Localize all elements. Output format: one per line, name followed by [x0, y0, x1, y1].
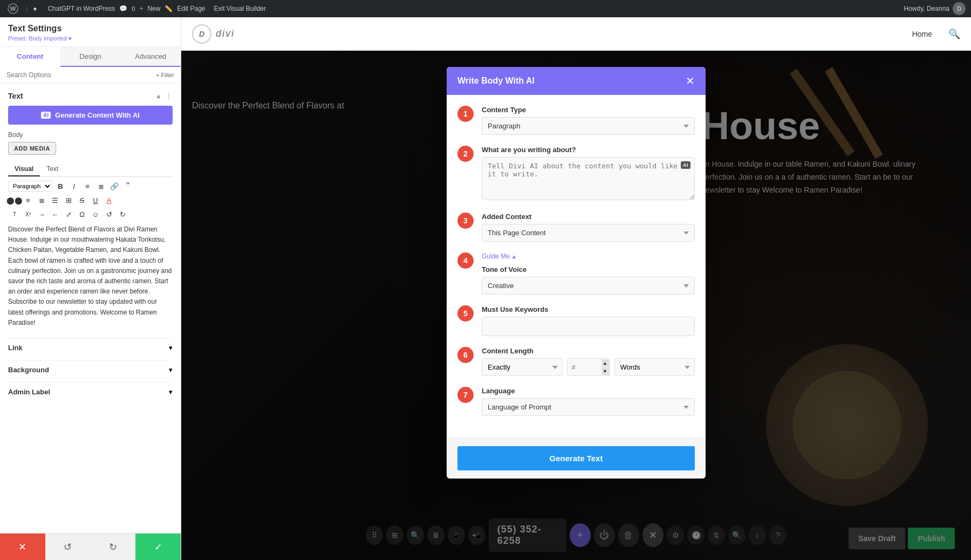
step-content-type: 1 Content Type Paragraph List Heading — [457, 106, 695, 135]
step-4-number: 4 — [457, 252, 474, 269]
search-options-row: + Filter — [0, 67, 181, 84]
superscript-button[interactable]: X² — [22, 208, 35, 221]
exit-builder-link[interactable]: Exit Visual Builder — [214, 5, 266, 12]
table-button[interactable]: ⊞ — [62, 194, 75, 207]
editor-toolbar-row1: Paragraph Heading 1 Heading 2 B I ≡ ≣ 🔗 … — [8, 180, 173, 193]
fullscreen-button[interactable]: ⤢ — [62, 208, 75, 221]
step-7-number: 7 — [457, 387, 474, 403]
step-1-content: Content Type Paragraph List Heading — [482, 106, 695, 135]
step-5-number: 5 — [457, 305, 474, 322]
redo-icon: ↻ — [109, 541, 117, 553]
admin-label-title: Admin Label — [8, 388, 50, 396]
added-context-label: Added Context — [482, 213, 695, 221]
ai-icon: AI — [41, 112, 51, 119]
language-label: Language — [482, 387, 695, 395]
emoji-button[interactable]: ☺ — [89, 208, 102, 221]
tab-advanced[interactable]: Advanced — [120, 47, 181, 66]
modal-body: 1 Content Type Paragraph List Heading — [447, 95, 706, 438]
content-type-label: Content Type — [482, 106, 695, 114]
body-label: Body — [8, 131, 173, 139]
writing-about-textarea[interactable] — [482, 157, 695, 200]
content-type-select[interactable]: Paragraph List Heading — [482, 117, 695, 135]
align-center-button[interactable]: ≡ — [22, 194, 35, 207]
ul-button[interactable]: ≡ — [81, 180, 94, 193]
nav-home-link[interactable]: Home — [912, 30, 932, 38]
filter-label: Filter — [161, 72, 174, 78]
wp-site-name[interactable]: ● — [33, 5, 37, 12]
added-context-select[interactable]: This Page Content None Custom — [482, 224, 695, 242]
collapse-icon[interactable]: ▲ — [155, 92, 162, 100]
sidebar-tabs: Content Design Advanced — [0, 47, 181, 67]
search-options-input[interactable] — [6, 71, 152, 79]
color-button[interactable]: A — [102, 194, 115, 207]
generate-content-button[interactable]: AI Generate Content With AI — [8, 106, 173, 125]
tab-visual[interactable]: Visual — [8, 162, 40, 176]
redo-history-button[interactable]: ↻ — [91, 534, 136, 560]
tab-content[interactable]: Content — [0, 47, 60, 67]
modal-footer: Generate Text — [447, 438, 706, 479]
step-keywords: 5 Must Use Keywords — [457, 305, 695, 336]
page-background: | | Discover the Perfect Blend of Flavor… — [181, 51, 971, 560]
edit-page-link[interactable]: Edit Page — [177, 5, 205, 12]
admin-bar: W | ● ChatGPT in WordPress 💬 0 + New ✏️ … — [0, 0, 971, 17]
tab-text[interactable]: Text — [40, 162, 65, 176]
redo-button[interactable]: ↻ — [116, 208, 129, 221]
chatgpt-plugin-link[interactable]: ChatGPT in WordPress — [47, 5, 115, 12]
underline-button[interactable]: U — [89, 194, 102, 207]
undo-button[interactable]: ↺ — [102, 208, 115, 221]
guide-me-link[interactable]: Guide Me ▲ — [482, 252, 517, 260]
align-right-button[interactable]: ≣ — [35, 194, 48, 207]
language-select[interactable]: Language of Prompt English Spanish Frenc… — [482, 398, 695, 416]
divi-logo: D divi — [192, 24, 235, 44]
spin-up-button[interactable]: ▲ — [601, 359, 609, 367]
align-left-button[interactable]: ⬤⬤ — [8, 194, 21, 207]
words-select[interactable]: Words Sentences Paragraphs — [614, 358, 695, 376]
strikethrough-button[interactable]: S — [76, 194, 88, 207]
link-button[interactable]: 🔗 — [108, 180, 121, 193]
cancel-button[interactable]: ✕ — [0, 534, 45, 560]
step-7-content: Language Language of Prompt English Span… — [482, 387, 695, 416]
admin-label-header[interactable]: Admin Label ▾ — [8, 388, 173, 396]
howdy-label: Howdy, Deanna D — [904, 2, 966, 15]
italic-button[interactable]: I — [67, 180, 80, 193]
tab-design[interactable]: Design — [60, 47, 121, 66]
number-input-wrapper: ▲ ▼ — [567, 358, 610, 376]
editor-content[interactable]: Discover the Perfect Blend of Flavors at… — [8, 222, 173, 335]
text-section-header: Text ▲ ⋮ — [8, 92, 173, 100]
ol-button[interactable]: ≣ — [94, 180, 107, 193]
spin-down-button[interactable]: ▼ — [601, 367, 609, 375]
pencil-icon: ✏️ — [165, 5, 173, 12]
sidebar-preset[interactable]: Preset: Body imported ▾ — [8, 35, 173, 42]
generate-content-label: Generate Content With AI — [55, 111, 140, 119]
add-media-button[interactable]: ADD MEDIA — [8, 142, 56, 155]
paragraph-select[interactable]: Paragraph Heading 1 Heading 2 — [8, 181, 52, 192]
bold-button[interactable]: B — [54, 180, 67, 193]
modal-header: Write Body With AI ✕ — [447, 67, 706, 95]
keywords-input[interactable] — [482, 317, 695, 336]
outdent-button[interactable]: ← — [49, 208, 61, 221]
tone-of-voice-select[interactable]: Creative Formal Casual Professional — [482, 277, 695, 295]
step-2-number: 2 — [457, 146, 474, 162]
new-link[interactable]: New — [147, 5, 160, 12]
justify-button[interactable]: ☰ — [49, 194, 61, 207]
generate-text-button[interactable]: Generate Text — [457, 446, 695, 470]
header-search-icon[interactable]: 🔍 — [948, 28, 960, 40]
link-title: Link — [8, 344, 23, 352]
confirm-button[interactable]: ✓ — [135, 534, 181, 560]
link-header[interactable]: Link ▾ — [8, 344, 173, 352]
background-header[interactable]: Background ▾ — [8, 366, 173, 374]
editor-text: Discover the Perfect Blend of Flavors at… — [8, 224, 173, 328]
indent-button[interactable]: → — [35, 208, 48, 221]
paste-text-button[interactable]: T — [8, 208, 21, 221]
content-length-row: Exactly About At Least At Most ▲ — [482, 358, 695, 376]
wp-logo-icon[interactable]: W — [5, 1, 20, 16]
exactly-select[interactable]: Exactly About At Least At Most — [482, 358, 563, 376]
spin-buttons: ▲ ▼ — [601, 359, 609, 375]
filter-button[interactable]: + Filter — [156, 72, 174, 78]
blockquote-button[interactable]: " — [121, 180, 134, 193]
more-options-icon[interactable]: ⋮ — [165, 92, 173, 100]
background-section: Background ▾ — [8, 360, 173, 379]
undo-history-button[interactable]: ↺ — [45, 534, 91, 560]
special-char-button[interactable]: Ω — [76, 208, 88, 221]
modal-close-button[interactable]: ✕ — [686, 76, 695, 86]
